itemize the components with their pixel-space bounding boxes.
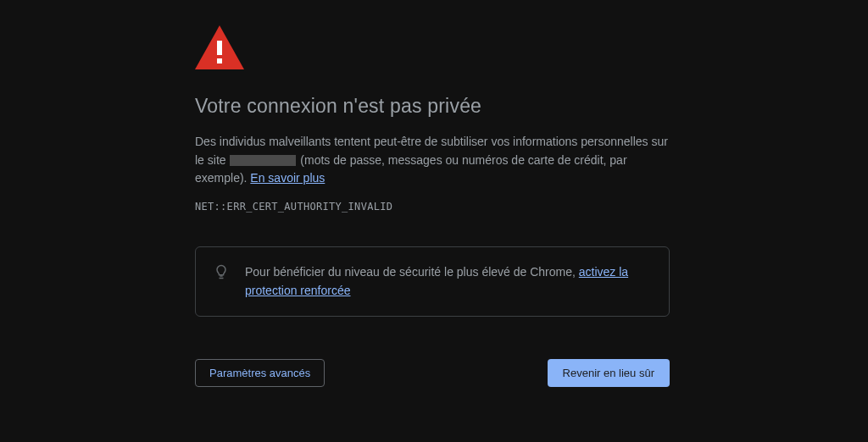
tip-text: Pour bénéficier du niveau de sécurité le… [245,262,652,301]
error-code: NET::ERR_CERT_AUTHORITY_INVALID [195,201,670,213]
advanced-button[interactable]: Paramètres avancés [195,359,325,387]
svg-rect-2 [217,58,222,64]
interstitial-content: Votre connexion n'est pas privée Des ind… [195,0,670,387]
button-row: Paramètres avancés Revenir en lieu sûr [195,359,670,387]
redacted-hostname [230,155,296,166]
lightbulb-icon [213,263,230,280]
svg-rect-1 [217,41,222,55]
security-tip-box: Pour bénéficier du niveau de sécurité le… [195,246,670,317]
back-to-safety-button[interactable]: Revenir en lieu sûr [548,359,670,387]
tip-text-part: Pour bénéficier du niveau de sécurité le… [245,265,579,279]
warning-triangle-icon [195,25,244,69]
learn-more-link[interactable]: En savoir plus [250,171,325,185]
page-title: Votre connexion n'est pas privée [195,95,670,118]
warning-description: Des individus malveillants tentent peut-… [195,133,670,188]
